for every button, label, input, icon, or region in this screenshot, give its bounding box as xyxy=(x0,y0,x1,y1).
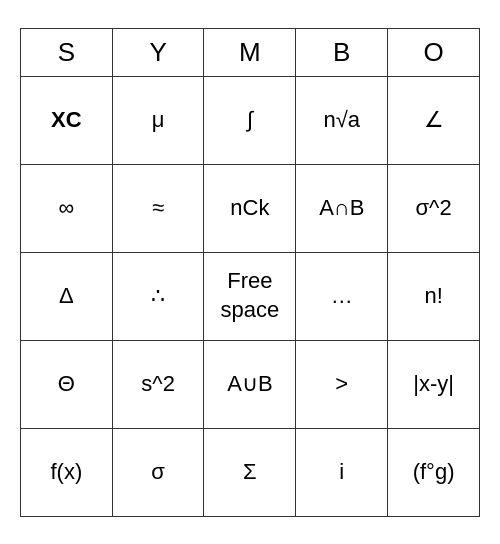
table-row: ∞≈nCkA∩Bσ^2 xyxy=(21,164,480,252)
header-cell: M xyxy=(204,28,296,76)
table-cell: σ xyxy=(112,428,204,516)
table-row: f(x)σΣi(f°g) xyxy=(21,428,480,516)
header-cell: O xyxy=(388,28,480,76)
table-cell: n√a xyxy=(296,76,388,164)
table-cell: f(x) xyxy=(21,428,113,516)
table-cell: Free space xyxy=(204,252,296,340)
table-cell: … xyxy=(296,252,388,340)
table-cell: ≈ xyxy=(112,164,204,252)
table-row: XCμ∫n√a∠ xyxy=(21,76,480,164)
table-cell: ∴ xyxy=(112,252,204,340)
table-cell: XC xyxy=(21,76,113,164)
table-cell: σ^2 xyxy=(388,164,480,252)
table-cell: A∪B xyxy=(204,340,296,428)
table-cell: Σ xyxy=(204,428,296,516)
table-cell: |x-y| xyxy=(388,340,480,428)
table-row: Θs^2A∪B>|x-y| xyxy=(21,340,480,428)
header-cell: Y xyxy=(112,28,204,76)
table-cell: Θ xyxy=(21,340,113,428)
table-cell: > xyxy=(296,340,388,428)
table-cell: μ xyxy=(112,76,204,164)
header-cell: B xyxy=(296,28,388,76)
table-cell: ∫ xyxy=(204,76,296,164)
table-cell: Δ xyxy=(21,252,113,340)
table-row: Δ∴Free space…n! xyxy=(21,252,480,340)
bingo-card: SYMBO XCμ∫n√a∠∞≈nCkA∩Bσ^2Δ∴Free space…n!… xyxy=(20,28,480,517)
table-cell: s^2 xyxy=(112,340,204,428)
table-cell: A∩B xyxy=(296,164,388,252)
table-cell: n! xyxy=(388,252,480,340)
table-cell: ∞ xyxy=(21,164,113,252)
bingo-body: XCμ∫n√a∠∞≈nCkA∩Bσ^2Δ∴Free space…n!Θs^2A∪… xyxy=(21,76,480,516)
table-cell: ∠ xyxy=(388,76,480,164)
table-cell: (f°g) xyxy=(388,428,480,516)
header-row: SYMBO xyxy=(21,28,480,76)
table-cell: i xyxy=(296,428,388,516)
header-cell: S xyxy=(21,28,113,76)
table-cell: nCk xyxy=(204,164,296,252)
